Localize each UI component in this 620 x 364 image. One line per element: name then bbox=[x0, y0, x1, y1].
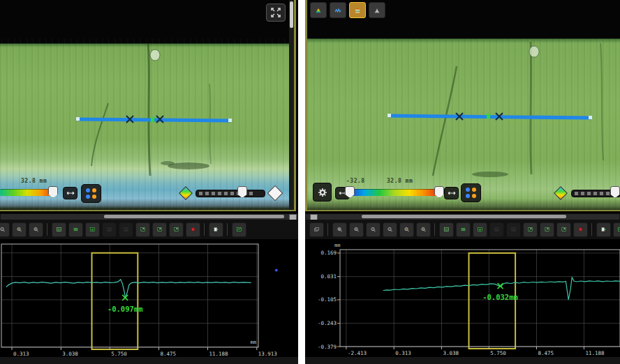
zoom-out-icon[interactable] bbox=[349, 222, 364, 237]
line-center-point bbox=[151, 117, 154, 122]
left-image-viewport[interactable]: 32.8 mm bbox=[0, 0, 296, 211]
zoom-region-icon[interactable] bbox=[29, 222, 43, 237]
fit-screen-icon bbox=[444, 225, 449, 234]
export-image-icon[interactable] bbox=[596, 222, 611, 237]
snapshot-icon[interactable] bbox=[232, 222, 246, 237]
measure-mode-icon: M bbox=[478, 225, 482, 234]
peak-view-button[interactable] bbox=[369, 2, 385, 18]
zoom-vertical-icon[interactable] bbox=[0, 222, 10, 237]
toolbar-separator bbox=[591, 223, 592, 236]
zoom-point-icon bbox=[17, 225, 22, 234]
fit-screen-icon[interactable] bbox=[52, 222, 66, 237]
fit-range-icon bbox=[66, 189, 75, 197]
left-profile-chart-area: 0.3133.0385.7508.47511.18813.913-0.097mm… bbox=[0, 241, 298, 364]
color-palette-button[interactable] bbox=[81, 184, 101, 203]
color-palette-button[interactable] bbox=[461, 183, 481, 202]
fit-screen-icon[interactable] bbox=[439, 222, 454, 237]
vertical-scrollbar-thumb[interactable] bbox=[290, 1, 293, 28]
image-view-icon bbox=[461, 225, 466, 234]
palette-dot bbox=[466, 194, 470, 198]
zoom-point-icon[interactable] bbox=[399, 222, 414, 237]
layer-slider[interactable] bbox=[195, 190, 265, 197]
highlight-box[interactable] bbox=[92, 253, 138, 349]
zoom-point-icon bbox=[404, 225, 409, 234]
color-scale-max-label: 32.8 mm bbox=[387, 178, 413, 184]
axis-unit-label: mm bbox=[334, 243, 340, 248]
region-zoom-in-icon[interactable] bbox=[152, 222, 167, 237]
measure-marker[interactable]: -0.032mm bbox=[482, 283, 518, 301]
color-scale-value-label: 32.8 mm bbox=[21, 178, 47, 184]
height-map-button[interactable] bbox=[310, 2, 327, 18]
y-tick-label: -0.105 bbox=[318, 296, 337, 303]
right-image-viewport[interactable]: -32.8 32.8 mm bbox=[305, 0, 620, 211]
toolbar-separator bbox=[227, 223, 228, 236]
compare-tool-icon bbox=[107, 225, 112, 234]
color-scale-gradient[interactable] bbox=[350, 189, 438, 196]
color-scale-gradient[interactable] bbox=[0, 189, 54, 196]
profile-line bbox=[6, 280, 251, 298]
profile-view-icon bbox=[334, 6, 341, 15]
measure-mode-icon[interactable]: M bbox=[85, 222, 100, 237]
region-select-icon bbox=[140, 225, 145, 234]
pane-layout-icon bbox=[314, 225, 319, 234]
measure-mode-icon[interactable]: M bbox=[473, 222, 487, 237]
record-icon[interactable] bbox=[186, 222, 200, 237]
palette-dot bbox=[472, 194, 476, 198]
region-zoom-out-icon bbox=[561, 225, 566, 234]
profile-chart[interactable]: 0.3133.0385.7508.47511.18813.913-0.097mm… bbox=[0, 241, 298, 364]
region-zoom-in-icon bbox=[545, 225, 549, 234]
peak-view-icon bbox=[374, 6, 381, 15]
compare-tool-icon[interactable] bbox=[489, 222, 504, 237]
color-layers-icon bbox=[354, 6, 361, 15]
zoom-region-icon bbox=[34, 225, 38, 234]
x-tick-label: 13.913 bbox=[258, 351, 277, 357]
x-tick-label: 5.750 bbox=[111, 351, 127, 357]
zoom-vertical-icon[interactable] bbox=[366, 222, 381, 237]
fit-range-button[interactable] bbox=[63, 187, 78, 199]
region-select-icon[interactable] bbox=[523, 222, 538, 237]
zoom-region-icon[interactable] bbox=[416, 222, 431, 237]
region-zoom-in-icon bbox=[157, 225, 162, 234]
region-select-icon[interactable] bbox=[135, 222, 150, 237]
align-tool-icon[interactable] bbox=[119, 222, 133, 237]
zoom-horizontal-icon[interactable] bbox=[383, 222, 397, 237]
vertical-scrollbar[interactable] bbox=[289, 0, 294, 210]
region-zoom-out-icon bbox=[174, 225, 179, 234]
region-zoom-out-icon[interactable] bbox=[556, 222, 571, 237]
measure-mode-icon: M bbox=[90, 225, 95, 234]
color-layers-button[interactable] bbox=[349, 2, 366, 18]
horizontal-scrollbar-thumb[interactable] bbox=[104, 215, 284, 218]
snapshot-icon[interactable] bbox=[613, 222, 620, 237]
align-tool-icon bbox=[511, 225, 516, 234]
compare-tool-icon[interactable] bbox=[102, 222, 117, 237]
align-tool-icon[interactable] bbox=[506, 222, 521, 237]
settings-button[interactable] bbox=[313, 183, 332, 202]
zoom-region-icon bbox=[421, 225, 426, 234]
zoom-point-icon[interactable] bbox=[12, 222, 27, 237]
pane-layout-icon[interactable] bbox=[309, 222, 324, 237]
x-tick-label: 0.313 bbox=[13, 351, 29, 357]
region-zoom-out-icon[interactable] bbox=[169, 222, 184, 237]
measure-value-label: -0.032mm bbox=[482, 293, 518, 301]
export-image-icon[interactable] bbox=[209, 222, 223, 237]
x-tick-label: 8.475 bbox=[538, 350, 554, 356]
profile-chart[interactable]: -2.4130.3133.0385.7508.47511.1880.1690.0… bbox=[305, 241, 620, 364]
expand-view-button[interactable] bbox=[266, 3, 286, 22]
x-tick-label: 8.475 bbox=[161, 351, 177, 357]
record-icon[interactable] bbox=[573, 222, 588, 237]
profile-view-button[interactable] bbox=[330, 2, 346, 18]
x-tick-label: 11.188 bbox=[585, 350, 605, 356]
palette-dot bbox=[466, 188, 470, 192]
x-tick-label: 3.038 bbox=[62, 351, 78, 357]
y-tick-label: 0.169 bbox=[320, 250, 337, 256]
fit-range-button-2[interactable] bbox=[444, 187, 459, 199]
snapshot-icon bbox=[618, 225, 620, 234]
horizontal-scrollbar-thumb[interactable] bbox=[362, 215, 566, 218]
y-tick-label: -0.243 bbox=[318, 320, 337, 326]
image-view-icon[interactable] bbox=[68, 222, 83, 237]
height-map-icon bbox=[315, 6, 322, 15]
palette-dot bbox=[472, 188, 476, 192]
zoom-in-icon[interactable] bbox=[332, 222, 347, 237]
image-view-icon[interactable] bbox=[456, 222, 471, 237]
region-zoom-in-icon[interactable] bbox=[540, 222, 554, 237]
